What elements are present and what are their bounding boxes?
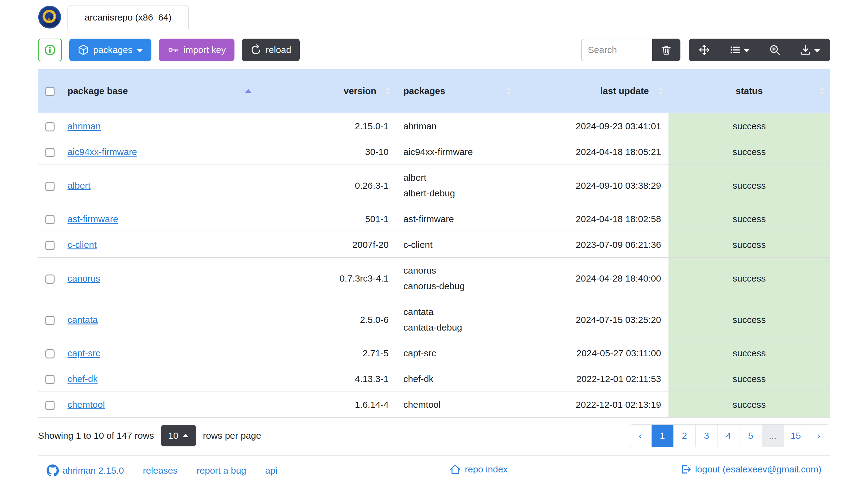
packages-cell: albert albert-debug — [396, 165, 517, 206]
api-link[interactable]: api — [265, 466, 277, 476]
header-status[interactable]: status — [669, 69, 830, 113]
row-checkbox[interactable] — [45, 182, 55, 191]
packages-cell: ast-firmware — [396, 206, 517, 232]
prev-page-button[interactable]: ‹ — [629, 425, 651, 447]
row-checkbox[interactable] — [45, 316, 55, 325]
package-base-link[interactable]: ast-firmware — [67, 214, 118, 224]
row-checkbox[interactable] — [45, 349, 55, 358]
row-select-cell — [38, 139, 60, 165]
package-base-link[interactable]: chemtool — [67, 399, 105, 410]
reload-button[interactable]: reload — [242, 39, 300, 61]
row-checkbox[interactable] — [45, 215, 55, 224]
row-select-cell — [38, 366, 60, 392]
package-base-link[interactable]: aic94xx-firmware — [67, 147, 137, 157]
header-package-base[interactable]: package base — [60, 69, 256, 113]
export-dropdown-button[interactable] — [790, 39, 830, 61]
row-select-cell — [38, 392, 60, 418]
page-size-dropdown[interactable]: 10 — [161, 425, 196, 446]
row-select-cell — [38, 206, 60, 232]
github-version-link[interactable]: ahriman 2.15.0 — [46, 464, 124, 477]
version-cell: 1.6.14-4 — [256, 392, 396, 418]
sort-icon — [385, 87, 391, 95]
row-select-cell — [38, 113, 60, 139]
last-update-cell: 2024-09-10 03:38:29 — [517, 165, 669, 206]
toggle-search-button[interactable] — [760, 39, 790, 61]
package-base-cell: ahriman — [60, 113, 256, 139]
row-checkbox[interactable] — [45, 401, 55, 410]
repo-tab[interactable]: arcanisrepo (x86_64) — [67, 5, 189, 29]
toolbar: packages import key reload — [38, 39, 830, 61]
repo-index-link[interactable]: repo index — [449, 463, 507, 475]
last-update-cell: 2024-09-23 03:41:01 — [517, 113, 669, 139]
page-button-15[interactable]: 15 — [784, 425, 808, 447]
last-update-cell: 2022-12-01 02:11:53 — [517, 366, 669, 392]
service-info-button[interactable] — [38, 39, 62, 61]
last-update-cell: 2023-07-09 06:21:36 — [517, 232, 669, 258]
report-bug-link[interactable]: report a bug — [197, 466, 246, 476]
row-checkbox[interactable] — [45, 122, 55, 131]
package-base-link[interactable]: c-client — [67, 239, 97, 250]
version-cell: 2.71-5 — [256, 341, 396, 366]
packages-cell: canorus canorus-debug — [396, 258, 517, 299]
packages-cell: aic94xx-firmware — [396, 139, 517, 165]
packages-cell: cantata cantata-debug — [396, 299, 517, 341]
columns-dropdown-button[interactable] — [720, 39, 760, 61]
package-base-link[interactable]: cantata — [67, 315, 97, 325]
fullscreen-button[interactable] — [689, 39, 720, 61]
header-packages[interactable]: packages — [396, 69, 517, 113]
packages-cell: capt-src — [396, 341, 517, 366]
row-summary: Showing 1 to 10 of 147 rows — [38, 430, 154, 441]
status-cell: success — [669, 113, 830, 139]
page-size-value: 10 — [168, 430, 178, 441]
packages-table: package base version packages last updat… — [38, 69, 830, 418]
page-button-3[interactable]: 3 — [695, 425, 717, 447]
header-version-label: version — [344, 86, 376, 96]
table-row: capt-src2.71-5capt-src2024-05-27 03:11:0… — [38, 341, 830, 366]
package-base-link[interactable]: canorus — [67, 273, 100, 283]
packages-cell: ahriman — [396, 113, 517, 139]
import-key-button[interactable]: import key — [159, 39, 234, 61]
chevron-down-icon — [814, 49, 820, 53]
row-select-cell — [38, 232, 60, 258]
package-base-link[interactable]: chef-dk — [67, 374, 97, 384]
version-cell: 4.13.3-1 — [256, 366, 396, 392]
packages-dropdown-button[interactable]: packages — [69, 39, 151, 61]
header-version[interactable]: version — [256, 69, 396, 113]
row-checkbox[interactable] — [45, 241, 55, 250]
select-all-checkbox[interactable] — [45, 87, 55, 96]
status-cell: success — [669, 299, 830, 341]
page-button-2[interactable]: 2 — [673, 425, 695, 447]
logout-link[interactable]: logout (esalexeev@gmail.com) — [680, 463, 822, 475]
page-button-1[interactable]: 1 — [651, 425, 673, 447]
search-group — [581, 39, 680, 61]
status-cell: success — [669, 165, 830, 206]
chevron-down-icon — [137, 49, 143, 53]
search-input[interactable] — [581, 39, 652, 61]
version-cell: 30-10 — [256, 139, 396, 165]
releases-link[interactable]: releases — [143, 466, 178, 476]
last-update-cell: 2024-04-18 18:02:58 — [517, 206, 669, 232]
page-button-5[interactable]: 5 — [740, 425, 762, 447]
table-row: aic94xx-firmware30-10aic94xx-firmware202… — [38, 139, 830, 165]
header-last-update[interactable]: last update — [517, 69, 669, 113]
package-base-link[interactable]: ahriman — [67, 121, 100, 131]
package-box-icon — [78, 44, 89, 56]
next-page-button[interactable]: › — [808, 425, 830, 447]
footer-right: logout (esalexeev@gmail.com) — [680, 463, 822, 477]
version-cell: 501-1 — [256, 206, 396, 232]
status-cell: success — [669, 139, 830, 165]
version-cell: 2.5.0-6 — [256, 299, 396, 341]
page-size-area: Showing 1 to 10 of 147 rows 10 rows per … — [38, 425, 261, 446]
sort-icon — [658, 87, 663, 95]
row-checkbox[interactable] — [45, 275, 55, 284]
ellipsis-page-button[interactable]: ... — [762, 425, 784, 447]
sort-asc-icon — [245, 89, 252, 93]
package-base-link[interactable]: capt-src — [67, 348, 100, 358]
page-button-4[interactable]: 4 — [717, 425, 740, 447]
package-base-link[interactable]: albert — [67, 181, 90, 191]
table-header: package base version packages last updat… — [38, 69, 830, 113]
row-checkbox[interactable] — [45, 148, 55, 157]
delete-button[interactable] — [652, 39, 680, 61]
row-checkbox[interactable] — [45, 375, 55, 384]
status-cell: success — [669, 366, 830, 392]
